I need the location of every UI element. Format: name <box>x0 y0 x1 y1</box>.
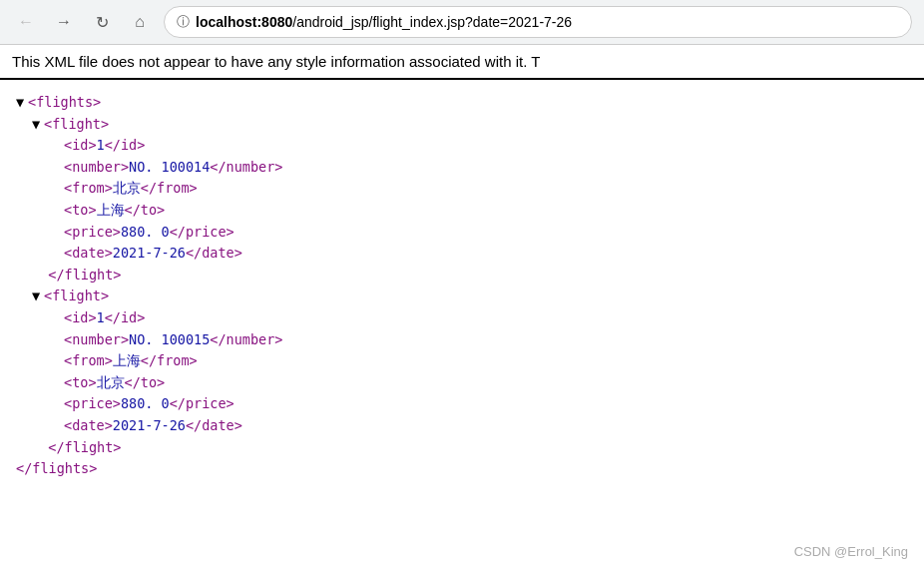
flight2-close: </flight> <box>16 437 908 459</box>
url-path: /android_jsp/flight_index.jsp?date=2021-… <box>292 14 572 30</box>
flight2-from: <from>上海</from> <box>16 350 908 372</box>
flight2-price: <price>880. 0</price> <box>16 393 908 415</box>
flight1-date: <date>2021-7-26</date> <box>16 243 908 265</box>
collapse-flight2[interactable]: ▼ <box>32 286 44 307</box>
flight2-id: <id>1</id> <box>16 307 908 329</box>
url-host: localhost:8080 <box>196 14 292 30</box>
flight1-from: <from>北京</from> <box>16 178 908 200</box>
root-close: </flights> <box>16 458 908 480</box>
browser-toolbar: ← → ↻ ⌂ ⓘ localhost:8080/android_jsp/fli… <box>0 0 924 44</box>
flight1-close: </flight> <box>16 265 908 287</box>
flight1-to: <to>上海</to> <box>16 200 908 222</box>
xml-notice: This XML file does not appear to have an… <box>0 45 924 80</box>
flight2-number: <number>NO. 100015</number> <box>16 329 908 351</box>
collapse-root[interactable]: ▼ <box>16 92 28 114</box>
reload-button[interactable]: ↻ <box>88 8 116 36</box>
home-button[interactable]: ⌂ <box>126 8 154 36</box>
address-bar[interactable]: ⓘ localhost:8080/android_jsp/flight_inde… <box>164 6 912 38</box>
flight1-id: <id>1</id> <box>16 135 908 157</box>
flight2-to: <to>北京</to> <box>16 372 908 394</box>
security-icon: ⓘ <box>177 13 190 31</box>
flight2-open: ▼<flight> <box>16 286 908 307</box>
watermark: CSDN @Errol_King <box>794 544 908 559</box>
root-open: ▼<flights> <box>16 92 908 114</box>
flight1-number: <number>NO. 100014</number> <box>16 157 908 179</box>
flight1-open: ▼<flight> <box>16 114 908 136</box>
collapse-flight1[interactable]: ▼ <box>32 114 44 136</box>
xml-content: ▼<flights> ▼<flight> <id>1</id> <number>… <box>0 80 924 492</box>
forward-button[interactable]: → <box>50 8 78 36</box>
flight1-price: <price>880. 0</price> <box>16 222 908 244</box>
url-text: localhost:8080/android_jsp/flight_index.… <box>196 14 572 30</box>
xml-notice-text: This XML file does not appear to have an… <box>12 53 540 70</box>
flight2-date: <date>2021-7-26</date> <box>16 415 908 437</box>
browser-chrome: ← → ↻ ⌂ ⓘ localhost:8080/android_jsp/fli… <box>0 0 924 45</box>
back-button[interactable]: ← <box>12 8 40 36</box>
